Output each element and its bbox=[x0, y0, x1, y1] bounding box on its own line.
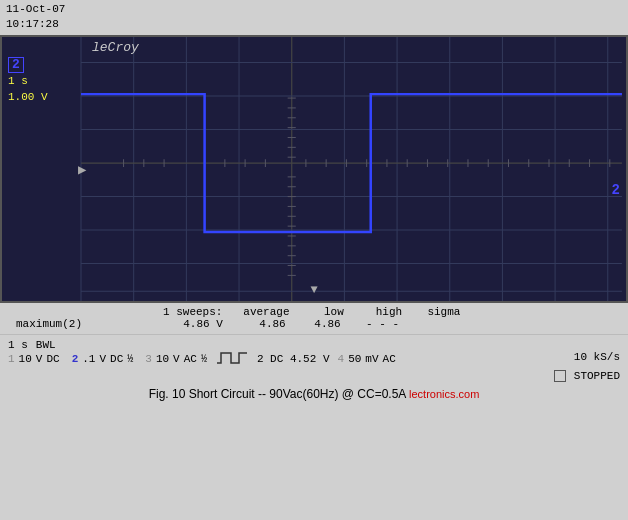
ch2-bw: ½ bbox=[127, 354, 133, 365]
ch4-unit: mV bbox=[365, 353, 378, 365]
ch2-number: 2 bbox=[72, 353, 79, 365]
stats-header-row: 1 sweeps: average low high sigma bbox=[8, 306, 620, 318]
trigger-arrow-bottom: ▼ bbox=[310, 283, 317, 297]
trigger-arrow-left: ▶ bbox=[78, 160, 86, 177]
ch4-number: 4 bbox=[338, 353, 345, 365]
low-header: low bbox=[306, 306, 361, 318]
ch1-voltage: 10 bbox=[19, 353, 32, 365]
ch2-right-label: 2 bbox=[612, 182, 620, 198]
stats-section: 1 sweeps: average low high sigma maximum… bbox=[0, 303, 628, 330]
date: 11-Oct-07 bbox=[6, 2, 65, 17]
ch2-unit: V bbox=[99, 353, 106, 365]
square-wave-icon bbox=[217, 351, 247, 368]
high-value: 4.86 bbox=[300, 318, 355, 330]
ch3-unit: V bbox=[173, 353, 180, 365]
bwl-row: 1 s BWL bbox=[8, 339, 620, 351]
channels-row: 1 10 V DC 2 .1 V DC ½ 3 10 V AC ½ 2 DC 4… bbox=[8, 351, 620, 368]
scope-outer: 2 1 s 1.00 V leCroy ▶ ▼ 2 bbox=[0, 35, 628, 303]
ch4-voltage: 50 bbox=[348, 353, 361, 365]
timebase-display: 1 s bbox=[8, 339, 28, 351]
sweeps-label: 1 sweeps: bbox=[163, 306, 222, 318]
sigma-header: sigma bbox=[416, 306, 471, 318]
voltage-label: 1.00 V bbox=[8, 89, 48, 106]
ch3-bw: ½ bbox=[201, 354, 207, 365]
ch1-unit: V bbox=[36, 353, 43, 365]
ch2-coupling: DC bbox=[110, 353, 123, 365]
ch4-row: 4 50 mV AC bbox=[338, 353, 396, 365]
fig-caption: Fig. 10 Short Circuit -- 90Vac(60Hz) @ C… bbox=[0, 384, 628, 402]
channel-info-overlay: 2 1 s 1.00 V bbox=[8, 57, 48, 106]
stopped-label: STOPPED bbox=[574, 370, 620, 382]
average-header: average bbox=[226, 306, 306, 318]
ch1-number: 1 bbox=[8, 353, 15, 365]
stats-values-row: maximum(2) 4.86 V 4.86 4.86 - - - bbox=[8, 318, 620, 330]
timebase-value: 1 s BWL bbox=[8, 339, 56, 351]
ch3-coupling: AC bbox=[184, 353, 197, 365]
low-value: 4.86 bbox=[245, 318, 300, 330]
sigma-value: - - - bbox=[355, 318, 410, 330]
ch4-coupling: AC bbox=[383, 353, 396, 365]
scope-screen: leCroy ▶ ▼ 2 bbox=[0, 35, 628, 303]
ch3-voltage: 10 bbox=[156, 353, 169, 365]
trigger-info: 2 DC 4.52 V bbox=[257, 353, 330, 365]
top-bar: 11-Oct-07 10:17:28 bbox=[0, 0, 628, 35]
datetime: 11-Oct-07 10:17:28 bbox=[6, 2, 65, 33]
sample-rate: 10 kS/s bbox=[574, 351, 620, 363]
stopped-checkbox[interactable] bbox=[554, 370, 566, 382]
ch2-voltage: .1 bbox=[82, 353, 95, 365]
ch1-coupling: DC bbox=[46, 353, 59, 365]
time: 10:17:28 bbox=[6, 17, 65, 32]
bwl-label: BWL bbox=[36, 339, 56, 351]
brand-label: leCroy bbox=[92, 40, 139, 55]
caption-text: Fig. 10 Short Circuit -- 90Vac(60Hz) @ C… bbox=[149, 387, 406, 401]
svg-rect-0 bbox=[2, 37, 626, 301]
ch3-number: 3 bbox=[145, 353, 152, 365]
timebase-label: 1 s bbox=[8, 73, 48, 90]
bottom-panel: 1 s BWL 1 10 V DC 2 .1 V DC ½ 3 10 V AC … bbox=[0, 334, 628, 384]
scope-svg bbox=[2, 37, 626, 301]
high-header: high bbox=[361, 306, 416, 318]
average-value: 4.86 V bbox=[161, 318, 245, 330]
channel-number-badge: 2 bbox=[8, 57, 24, 73]
status-row: STOPPED bbox=[8, 370, 620, 382]
watermark: lectronics.com bbox=[409, 388, 479, 400]
measurement-label: maximum(2) bbox=[16, 318, 161, 330]
